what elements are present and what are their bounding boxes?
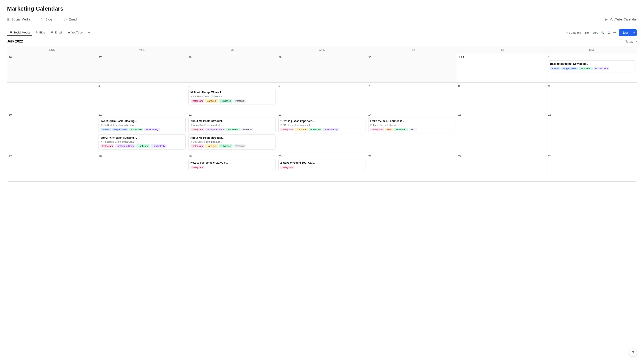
calendar-cell: 10 <box>7 111 97 153</box>
event-tags: Instagram <box>280 165 364 169</box>
new-button[interactable]: New ▾ <box>619 29 637 36</box>
calendar-cell: 2Back to blogging! New post!...TwitterSi… <box>547 54 637 83</box>
cell-date: 15 <box>458 113 545 116</box>
calendar-cell: 202 Ways of Going Your Car...Instagram <box>277 153 367 181</box>
top-calendar-tabs: ⊞ Social Media ✎ Blog </> Email ▶ YouTub… <box>7 17 637 25</box>
calendar-cell: 18 <box>97 153 187 181</box>
cell-date: 12 <box>188 113 276 116</box>
settings-icon[interactable]: ⚙ <box>608 31 610 35</box>
event-card[interactable]: About Me Post: Introduct...⊞About Me Pos… <box>188 118 276 133</box>
cell-date: 22 <box>458 155 545 158</box>
event-card[interactable]: Tweet: @I'm Back | Dealing ...⊞I'm Back … <box>98 118 186 133</box>
calendar-cell: 19How to overcome creative b...Instagram <box>187 153 277 181</box>
calendar-cell: 9 <box>547 83 637 111</box>
calendar-cell: Jul 1 <box>457 54 547 83</box>
event-title: IG Photo Dump: Where I h... <box>190 91 274 94</box>
top-tab-blog[interactable]: ✎ Blog <box>41 17 52 21</box>
cell-date: 4 <box>98 84 186 88</box>
filter-button[interactable]: Filter <box>584 31 590 34</box>
event-card[interactable]: About Me Post: Introduct...⊞About Me Pos… <box>188 134 276 150</box>
search-icon[interactable]: 🔍 <box>600 31 605 35</box>
calendar-cell: 16 <box>547 111 637 153</box>
today-button[interactable]: Today <box>626 40 633 43</box>
day-tue: Tue <box>187 46 277 54</box>
event-tag: Published <box>219 144 232 148</box>
top-tab-email-label: Email <box>69 17 77 21</box>
event-sub: ⊞I'm Back | Dealing with Creat <box>100 140 184 143</box>
event-tag: Carousel <box>295 128 308 131</box>
tab-social-media-icon: ⊞ <box>10 31 12 34</box>
event-tag: Productivity <box>144 128 160 131</box>
event-tag: Twitter <box>100 128 111 131</box>
event-tag: Personal <box>234 144 246 148</box>
month-title: July 2022 <box>7 39 23 43</box>
event-tags: TwitterSingle TweetPublishedProductivity <box>550 66 634 70</box>
event-tags: Instagram <box>190 165 274 169</box>
tab-email-icon: ⊞ <box>51 31 53 34</box>
tab-social-media[interactable]: ⊞ Social Media <box>7 29 32 36</box>
event-card[interactable]: Back to blogging! New post!...TwitterSin… <box>548 60 636 72</box>
calendar-cell: 22 <box>457 153 547 181</box>
day-thu: Thu <box>367 46 457 54</box>
event-tag: Personal <box>234 99 246 103</box>
cell-date: 6 <box>278 84 366 88</box>
event-tag: Published <box>129 128 143 131</box>
event-card[interactable]: "Rest is just as important...⊞"Rest is j… <box>278 118 366 133</box>
add-tab-button[interactable]: + <box>86 29 92 36</box>
event-tag: Productivity <box>594 67 610 70</box>
event-tags: InstagramReelPublishedTech <box>370 127 453 131</box>
event-sub: ⊞"Rest is just as important... <box>280 124 364 127</box>
event-sub: ⊞I take the ball, I bounce it... <box>370 124 453 127</box>
more-options-icon[interactable]: ··· <box>613 31 616 34</box>
calendar-cell: 15 <box>457 111 547 153</box>
top-tab-youtube[interactable]: ▶ YouTube Calendar <box>606 17 637 21</box>
event-tag: Instagram <box>190 128 204 131</box>
cell-date: 3 <box>8 84 96 88</box>
tab-social-media-label: Social Media <box>13 31 30 34</box>
top-tab-blog-label: Blog <box>46 17 52 21</box>
tab-blog[interactable]: ✎ Blog <box>33 29 48 36</box>
event-tags: InstagramCarouselPublishedPersonal <box>190 99 274 103</box>
event-tag: Personal <box>241 128 254 131</box>
event-tags: TwitterSingle TweetPublishedProductivity <box>100 127 184 131</box>
no-date-button[interactable]: No date (6) <box>566 31 581 34</box>
tab-email-label: Email <box>55 31 62 34</box>
tab-youtube-label: YouTube <box>72 31 83 34</box>
calendar-cell: 5IG Photo Dump: Where I h...⊞IG Photo Du… <box>187 83 277 111</box>
event-card[interactable]: I take the ball, I bounce it...⊞I take t… <box>368 118 455 133</box>
event-sub-icon: ⊞ <box>280 124 282 127</box>
page-title: Marketing Calendars <box>7 5 637 12</box>
youtube-icon: ▶ <box>606 18 608 21</box>
new-button-label: New <box>619 29 631 36</box>
event-card[interactable]: How to overcome creative b...Instagram <box>188 159 276 171</box>
event-tag: Carousel <box>205 144 218 148</box>
event-tag: Instagram Story <box>115 144 136 148</box>
grid-icon: ⊞ <box>7 18 10 21</box>
top-tab-social-media[interactable]: ⊞ Social Media <box>7 17 30 21</box>
calendar-cell: 17 <box>7 153 97 181</box>
calendar-cell: 7 <box>367 83 457 111</box>
event-tag: Published <box>394 128 408 131</box>
tab-youtube[interactable]: ▶ YouTube <box>66 29 85 36</box>
prev-month-button[interactable]: ‹ <box>622 39 623 43</box>
cell-date: 14 <box>368 113 455 116</box>
sort-button[interactable]: Sort <box>592 31 598 34</box>
new-button-caret[interactable]: ▾ <box>631 30 637 36</box>
event-title: How to overcome creative b... <box>190 161 274 165</box>
toolbar-right: No date (6) Filter Sort 🔍 ⚙ ··· New ▾ <box>566 29 637 36</box>
event-card[interactable]: 2 Ways of Going Your Car...Instagram <box>278 159 366 171</box>
event-card[interactable]: Story: @I'm Back | Dealing ...⊞I'm Back … <box>98 134 186 150</box>
next-month-button[interactable]: › <box>636 39 637 43</box>
event-card[interactable]: IG Photo Dump: Where I h...⊞IG Photo Dum… <box>188 89 276 104</box>
month-header: July 2022 ‹ Today › <box>7 39 637 43</box>
calendar-cell: 21 <box>367 153 457 181</box>
calendar-grid: 2627282930Jul 12Back to blogging! New po… <box>7 54 637 181</box>
top-tab-youtube-label: YouTube Calendar <box>610 17 637 21</box>
event-tag: Instagram <box>100 144 114 148</box>
event-tag: Instagram <box>190 166 204 169</box>
event-sub-icon: ⊞ <box>190 95 192 98</box>
top-tab-email[interactable]: </> Email <box>62 17 77 21</box>
tab-email[interactable]: ⊞ Email <box>48 29 64 36</box>
event-tag: Published <box>309 128 322 131</box>
no-date-label: No date (6) <box>566 31 581 34</box>
